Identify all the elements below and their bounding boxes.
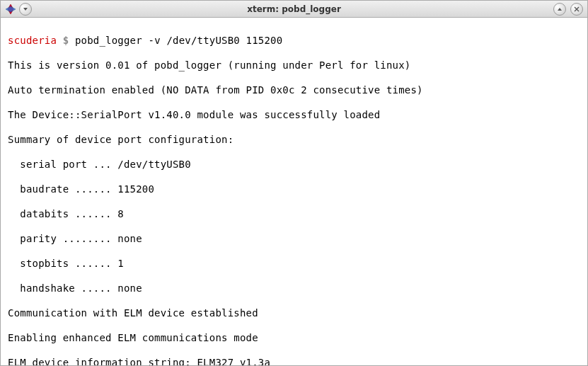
output-line: Summary of device port configuration:	[8, 134, 580, 147]
config-line: parity ........ none	[8, 233, 580, 246]
output-line: ELM device information string: ELM327 v1…	[8, 357, 580, 366]
output-line: This is version 0.01 of pobd_logger (run…	[8, 59, 580, 72]
close-button[interactable]	[570, 3, 583, 16]
window-menu-button[interactable]	[19, 3, 32, 16]
config-line: databits ...... 8	[8, 208, 580, 221]
terminal-output[interactable]: scuderia $ pobd_logger -v /dev/ttyUSB0 1…	[1, 18, 587, 365]
app-icon	[5, 4, 16, 15]
command-text: pobd_logger -v /dev/ttyUSB0 115200	[75, 35, 282, 46]
minimize-button[interactable]	[553, 3, 566, 16]
prompt-symbol: $	[63, 35, 69, 46]
config-line: baudrate ...... 115200	[8, 183, 580, 196]
window-title: xterm: pobd_logger	[247, 4, 341, 14]
output-line: Auto termination enabled (NO DATA from P…	[8, 84, 580, 97]
config-line: serial port ... /dev/ttyUSB0	[8, 159, 580, 171]
output-line: The Device::SerialPort v1.40.0 module wa…	[8, 109, 580, 122]
xterm-window: xterm: pobd_logger scuderia $ pobd_logge…	[0, 0, 588, 366]
output-line: Enabling enhanced ELM communications mod…	[8, 332, 580, 345]
titlebar[interactable]: xterm: pobd_logger	[1, 1, 587, 18]
config-line: handshake ..... none	[8, 282, 580, 295]
output-line: Communication with ELM device establishe…	[8, 307, 580, 320]
prompt-host: scuderia	[8, 35, 57, 46]
config-line: stopbits ...... 1	[8, 258, 580, 270]
titlebar-right	[553, 3, 583, 16]
prompt-line: scuderia $ pobd_logger -v /dev/ttyUSB0 1…	[8, 35, 580, 47]
titlebar-left	[5, 3, 32, 16]
